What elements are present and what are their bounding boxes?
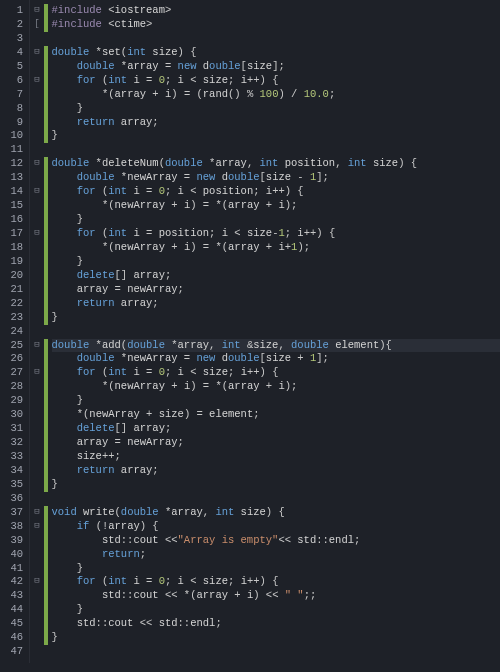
line-number[interactable]: 5 (4, 60, 23, 74)
line-number[interactable]: 24 (4, 325, 23, 339)
code-line[interactable]: *(newArray + size) = element; (52, 408, 501, 422)
line-number[interactable]: 25 (4, 339, 23, 353)
fold-toggle[interactable]: ⊟ (30, 575, 44, 589)
code-line[interactable]: double *set(int size) { (52, 46, 501, 60)
code-line[interactable]: array = newArray; (52, 436, 501, 450)
code-line[interactable]: return array; (52, 116, 501, 130)
code-line[interactable]: double *newArray = new double[size - 1]; (52, 171, 501, 185)
fold-toggle[interactable]: [ (30, 18, 44, 32)
code-line[interactable]: *(newArray + i) = *(array + i); (52, 380, 501, 394)
code-line[interactable]: } (52, 213, 501, 227)
line-number[interactable]: 23 (4, 311, 23, 325)
code-line[interactable]: for (int i = 0; i < size; i++) { (52, 575, 501, 589)
code-line[interactable]: for (int i = 0; i < size; i++) { (52, 366, 501, 380)
code-line[interactable]: } (52, 311, 501, 325)
line-number[interactable]: 18 (4, 241, 23, 255)
line-number[interactable]: 20 (4, 269, 23, 283)
code-content[interactable]: #include <iostream>#include <ctime>doubl… (48, 0, 501, 663)
line-number[interactable]: 40 (4, 548, 23, 562)
code-line[interactable]: double *add(double *array, int &size, do… (52, 339, 501, 353)
line-number[interactable]: 34 (4, 464, 23, 478)
code-line[interactable] (52, 492, 501, 506)
code-line[interactable]: for (int i = position; i < size-1; i++) … (52, 227, 501, 241)
fold-toggle[interactable]: ⊟ (30, 46, 44, 60)
line-number-gutter[interactable]: 1234567891011121314151617181920212223242… (0, 0, 30, 663)
code-line[interactable]: double *newArray = new double[size + 1]; (52, 352, 501, 366)
line-number[interactable]: 11 (4, 143, 23, 157)
line-number[interactable]: 39 (4, 534, 23, 548)
code-line[interactable] (52, 32, 501, 46)
line-number[interactable]: 6 (4, 74, 23, 88)
code-line[interactable] (52, 645, 501, 659)
fold-toggle[interactable]: ⊟ (30, 339, 44, 353)
line-number[interactable]: 19 (4, 255, 23, 269)
line-number[interactable]: 4 (4, 46, 23, 60)
line-number[interactable]: 28 (4, 380, 23, 394)
line-number[interactable]: 2 (4, 18, 23, 32)
line-number[interactable]: 43 (4, 589, 23, 603)
code-line[interactable]: return array; (52, 297, 501, 311)
line-number[interactable]: 15 (4, 199, 23, 213)
code-line[interactable]: *(newArray + i) = *(array + i); (52, 199, 501, 213)
line-number[interactable]: 33 (4, 450, 23, 464)
line-number[interactable]: 42 (4, 575, 23, 589)
fold-toggle[interactable]: ⊟ (30, 506, 44, 520)
fold-toggle[interactable]: ⊟ (30, 520, 44, 534)
line-number[interactable]: 30 (4, 408, 23, 422)
code-line[interactable]: return array; (52, 464, 501, 478)
line-number[interactable]: 3 (4, 32, 23, 46)
code-line[interactable]: double *deleteNum(double *array, int pos… (52, 157, 501, 171)
code-line[interactable]: return; (52, 548, 501, 562)
code-line[interactable]: } (52, 255, 501, 269)
code-line[interactable]: #include <ctime> (52, 18, 501, 32)
line-number[interactable]: 16 (4, 213, 23, 227)
line-number[interactable]: 29 (4, 394, 23, 408)
code-line[interactable] (52, 143, 501, 157)
code-line[interactable]: double *array = new double[size]; (52, 60, 501, 74)
code-line[interactable]: void write(double *array, int size) { (52, 506, 501, 520)
line-number[interactable]: 27 (4, 366, 23, 380)
code-line[interactable]: std::cout << *(array + i) << " ";; (52, 589, 501, 603)
code-line[interactable]: } (52, 129, 501, 143)
fold-gutter[interactable]: ⊟[⊟⊟⊟⊟⊟⊟⊟⊟⊟⊟ (30, 0, 44, 663)
line-number[interactable]: 31 (4, 422, 23, 436)
line-number[interactable]: 22 (4, 297, 23, 311)
code-line[interactable]: for (int i = 0; i < position; i++) { (52, 185, 501, 199)
code-line[interactable]: if (!array) { (52, 520, 501, 534)
code-line[interactable]: } (52, 562, 501, 576)
code-line[interactable]: } (52, 603, 501, 617)
code-line[interactable]: std::cout <<"Array is empty"<< std::endl… (52, 534, 501, 548)
fold-toggle[interactable]: ⊟ (30, 157, 44, 171)
line-number[interactable]: 17 (4, 227, 23, 241)
code-line[interactable]: *(newArray + i) = *(array + i+1); (52, 241, 501, 255)
code-line[interactable]: size++; (52, 450, 501, 464)
line-number[interactable]: 38 (4, 520, 23, 534)
line-number[interactable]: 10 (4, 129, 23, 143)
line-number[interactable]: 45 (4, 617, 23, 631)
code-line[interactable]: *(array + i) = (rand() % 100) / 10.0; (52, 88, 501, 102)
fold-toggle[interactable]: ⊟ (30, 227, 44, 241)
code-line[interactable]: delete[] array; (52, 269, 501, 283)
code-line[interactable]: } (52, 102, 501, 116)
line-number[interactable]: 26 (4, 352, 23, 366)
line-number[interactable]: 36 (4, 492, 23, 506)
code-line[interactable]: std::cout << std::endl; (52, 617, 501, 631)
line-number[interactable]: 7 (4, 88, 23, 102)
code-line[interactable] (52, 325, 501, 339)
line-number[interactable]: 44 (4, 603, 23, 617)
line-number[interactable]: 9 (4, 116, 23, 130)
code-line[interactable]: } (52, 631, 501, 645)
fold-toggle[interactable]: ⊟ (30, 366, 44, 380)
fold-toggle[interactable]: ⊟ (30, 74, 44, 88)
code-editor[interactable]: 1234567891011121314151617181920212223242… (0, 0, 500, 663)
line-number[interactable]: 41 (4, 562, 23, 576)
code-line[interactable]: #include <iostream> (52, 4, 501, 18)
line-number[interactable]: 8 (4, 102, 23, 116)
line-number[interactable]: 37 (4, 506, 23, 520)
code-line[interactable]: for (int i = 0; i < size; i++) { (52, 74, 501, 88)
line-number[interactable]: 13 (4, 171, 23, 185)
line-number[interactable]: 1 (4, 4, 23, 18)
code-line[interactable]: } (52, 478, 501, 492)
line-number[interactable]: 12 (4, 157, 23, 171)
code-line[interactable]: } (52, 394, 501, 408)
